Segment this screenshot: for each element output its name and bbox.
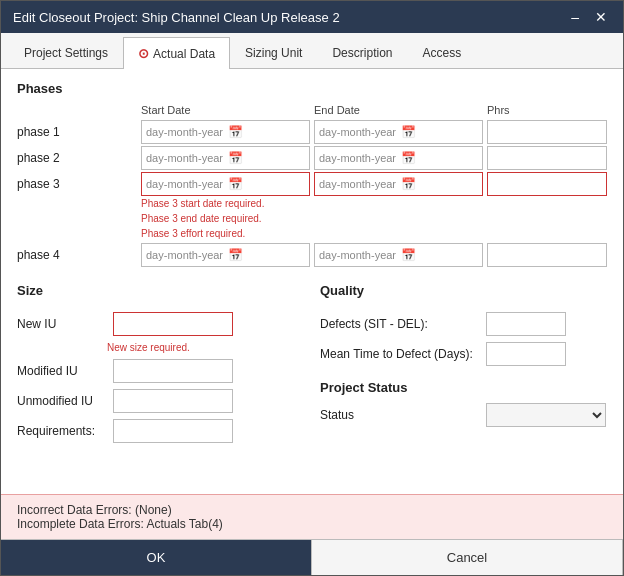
phase-4-start-date[interactable]: day-month-year 📅 xyxy=(141,243,310,267)
footer: OK Cancel xyxy=(1,539,623,575)
phase-3-label: phase 3 xyxy=(17,177,137,191)
minimize-button[interactable]: – xyxy=(567,9,583,25)
status-row: Status xyxy=(320,403,607,427)
phases-grid: Start Date End Date Phrs phase 1 day-mon… xyxy=(17,104,607,267)
phase-3-end-error: Phase 3 end date required. xyxy=(141,213,310,224)
phase-4-end-date[interactable]: day-month-year 📅 xyxy=(314,243,483,267)
phase-2-start-calendar-icon[interactable]: 📅 xyxy=(228,151,306,165)
phase-4-end-calendar-icon[interactable]: 📅 xyxy=(401,248,479,262)
col-phase xyxy=(17,104,137,116)
phase-3-start-calendar-icon[interactable]: 📅 xyxy=(228,177,306,191)
phase-4-phrs-input[interactable] xyxy=(487,243,607,267)
unmodified-iu-row: Unmodified IU xyxy=(17,389,304,413)
phase-4-start-calendar-icon[interactable]: 📅 xyxy=(228,248,306,262)
title-bar-controls: – ✕ xyxy=(567,9,611,25)
warn-icon: ⊙ xyxy=(138,46,149,61)
modified-iu-input[interactable] xyxy=(113,359,233,383)
requirements-label: Requirements: xyxy=(17,424,107,438)
col-phrs: Phrs xyxy=(487,104,607,116)
phase-4-label: phase 4 xyxy=(17,248,137,262)
cancel-button[interactable]: Cancel xyxy=(312,540,623,575)
new-iu-label: New IU xyxy=(17,317,107,331)
phases-header: Start Date End Date Phrs xyxy=(17,104,607,116)
defects-label: Defects (SIT - DEL): xyxy=(320,317,480,331)
mean-time-label: Mean Time to Defect (Days): xyxy=(320,347,480,361)
phase-3-phrs-error: Phase 3 effort required. xyxy=(141,228,310,239)
modified-iu-label: Modified IU xyxy=(17,364,107,378)
project-status-title: Project Status xyxy=(320,380,607,395)
tab-sizing-unit[interactable]: Sizing Unit xyxy=(230,37,317,68)
close-button[interactable]: ✕ xyxy=(591,9,611,25)
phase-2-end-calendar-icon[interactable]: 📅 xyxy=(401,151,479,165)
phase-1-end-date[interactable]: day-month-year 📅 xyxy=(314,120,483,144)
unmodified-iu-label: Unmodified IU xyxy=(17,394,107,408)
phase-1-row: phase 1 day-month-year 📅 day-month-year … xyxy=(17,120,607,144)
status-label: Status xyxy=(320,408,480,422)
phase-3-start-error: Phase 3 start date required. xyxy=(141,198,310,209)
phase-3-errors: Phase 3 start date required. Phase 3 end… xyxy=(17,198,607,239)
new-iu-input[interactable] xyxy=(113,312,233,336)
phases-title: Phases xyxy=(17,81,607,96)
phase-1-end-calendar-icon[interactable]: 📅 xyxy=(401,125,479,139)
phase-2-end-date[interactable]: day-month-year 📅 xyxy=(314,146,483,170)
phase-1-start-calendar-icon[interactable]: 📅 xyxy=(228,125,306,139)
tab-access[interactable]: Access xyxy=(407,37,476,68)
tabs-bar: Project Settings ⊙ Actual Data Sizing Un… xyxy=(1,33,623,69)
new-iu-row: New IU xyxy=(17,312,304,336)
phase-3-phrs-input[interactable] xyxy=(487,172,607,196)
requirements-row: Requirements: xyxy=(17,419,304,443)
tab-description[interactable]: Description xyxy=(317,37,407,68)
phase-1-start-date[interactable]: day-month-year 📅 xyxy=(141,120,310,144)
col-end-date: End Date xyxy=(314,104,483,116)
phase-3-end-date[interactable]: day-month-year 📅 xyxy=(314,172,483,196)
phase-2-phrs-input[interactable] xyxy=(487,146,607,170)
incorrect-errors-text: Incorrect Data Errors: (None) xyxy=(17,503,607,517)
incomplete-errors-text: Incomplete Data Errors: Actuals Tab(4) xyxy=(17,517,607,531)
size-section: Size New IU New size required. Modified … xyxy=(17,283,304,443)
defects-row: Defects (SIT - DEL): xyxy=(320,312,607,336)
tab-project-settings[interactable]: Project Settings xyxy=(9,37,123,68)
phase-1-label: phase 1 xyxy=(17,125,137,139)
error-banner: Incorrect Data Errors: (None) Incomplete… xyxy=(1,494,623,539)
mean-time-row: Mean Time to Defect (Days): xyxy=(320,342,607,366)
modified-iu-row: Modified IU xyxy=(17,359,304,383)
quality-title: Quality xyxy=(320,283,607,298)
status-select[interactable] xyxy=(486,403,606,427)
phase-1-phrs-input[interactable] xyxy=(487,120,607,144)
phase-3-row: phase 3 day-month-year 📅 day-month-year … xyxy=(17,172,607,196)
dialog-title: Edit Closeout Project: Ship Channel Clea… xyxy=(13,10,340,25)
phase-3-end-calendar-icon[interactable]: 📅 xyxy=(401,177,479,191)
title-bar: Edit Closeout Project: Ship Channel Clea… xyxy=(1,1,623,33)
phase-3-start-date[interactable]: day-month-year 📅 xyxy=(141,172,310,196)
ok-button[interactable]: OK xyxy=(1,540,312,575)
requirements-input[interactable] xyxy=(113,419,233,443)
size-quality-section: Size New IU New size required. Modified … xyxy=(17,283,607,443)
col-start-date: Start Date xyxy=(141,104,310,116)
phase-4-row: phase 4 day-month-year 📅 day-month-year … xyxy=(17,243,607,267)
phase-2-start-date[interactable]: day-month-year 📅 xyxy=(141,146,310,170)
phase-2-row: phase 2 day-month-year 📅 day-month-year … xyxy=(17,146,607,170)
content-area: Phases Start Date End Date Phrs phase 1 … xyxy=(1,69,623,494)
unmodified-iu-input[interactable] xyxy=(113,389,233,413)
defects-input[interactable] xyxy=(486,312,566,336)
dialog: Edit Closeout Project: Ship Channel Clea… xyxy=(0,0,624,576)
phase-2-label: phase 2 xyxy=(17,151,137,165)
project-status-section: Project Status Status xyxy=(320,380,607,427)
quality-status-section: Quality Defects (SIT - DEL): Mean Time t… xyxy=(320,283,607,443)
new-iu-error: New size required. xyxy=(107,342,304,353)
mean-time-input[interactable] xyxy=(486,342,566,366)
tab-actual-data[interactable]: ⊙ Actual Data xyxy=(123,37,230,69)
size-title: Size xyxy=(17,283,304,298)
